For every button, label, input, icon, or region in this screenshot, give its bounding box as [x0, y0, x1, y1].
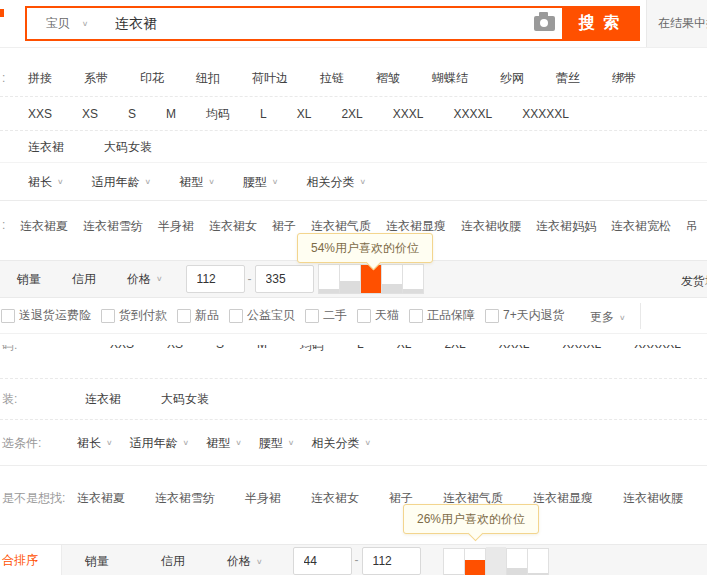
category-filter-item[interactable]: 连衣裙 [85, 391, 121, 408]
service-checkbox[interactable]: 正品保障 [409, 307, 475, 324]
filter-dropdown[interactable]: 腰型∨ [259, 435, 295, 452]
size-filter-item[interactable]: 均码 [300, 345, 324, 354]
style-filter-item[interactable]: 印花 [140, 70, 164, 87]
checkbox-icon[interactable] [1, 309, 15, 323]
related-search-link[interactable]: 连衣裙夏 [77, 490, 125, 507]
size-filter-item[interactable]: XXXXL [453, 107, 492, 121]
sort-sales[interactable]: 销量 [85, 553, 109, 570]
size-filter-item[interactable]: XL [297, 107, 312, 121]
checkbox-icon[interactable] [101, 309, 115, 323]
size-filter-item[interactable]: 2XL [444, 345, 465, 354]
size-filter-item[interactable]: L [260, 107, 267, 121]
size-filter-item[interactable]: XXXXXL [522, 107, 569, 121]
size-filter-item[interactable]: M [166, 107, 176, 121]
size-filter-item[interactable]: 均码 [206, 106, 230, 123]
related-search-link[interactable]: 连衣裙夏 [20, 218, 68, 235]
style-filter-item[interactable]: 拉链 [320, 70, 344, 87]
size-filter-item[interactable]: XS [167, 345, 183, 354]
filter-dropdown[interactable]: 腰型∨ [243, 174, 279, 191]
style-filter-item[interactable]: 蕾丝 [556, 70, 580, 87]
size-filter-item[interactable]: 2XL [341, 107, 362, 121]
price-histogram-cell[interactable] [318, 264, 340, 294]
checkbox-icon[interactable] [357, 309, 371, 323]
price-histogram-cell[interactable] [360, 264, 382, 294]
related-search-link[interactable]: 连衣裙宽松 [611, 218, 671, 235]
related-search-link[interactable]: 吊 [686, 218, 698, 235]
size-filter-item[interactable]: XXS [110, 345, 134, 354]
related-search-link[interactable]: 连衣裙女 [311, 490, 359, 507]
filter-dropdown[interactable]: 裙型∨ [179, 174, 215, 191]
service-checkbox[interactable]: 公益宝贝 [229, 307, 295, 324]
service-checkbox[interactable]: 新品 [177, 307, 219, 324]
price-histogram-cell[interactable] [527, 548, 549, 575]
checkbox-icon[interactable] [177, 309, 191, 323]
sort-credit[interactable]: 信用 [72, 271, 96, 288]
size-filter-item[interactable]: M [257, 345, 267, 354]
sort-sales[interactable]: 销量 [17, 271, 41, 288]
style-filter-item[interactable]: 荷叶边 [252, 70, 288, 87]
size-filter-item[interactable]: XXXXL [562, 345, 601, 354]
filter-dropdown[interactable]: 相关分类∨ [306, 174, 366, 191]
more-filters-link[interactable]: 更多∨ [590, 309, 626, 326]
size-filter-item[interactable]: XL [397, 345, 412, 354]
filter-dropdown[interactable]: 适用年龄∨ [92, 174, 152, 191]
size-filter-item[interactable]: XXXL [393, 107, 424, 121]
price-min-input[interactable] [293, 547, 352, 575]
price-min-input[interactable] [186, 265, 245, 293]
size-filter-item[interactable]: S [216, 345, 224, 354]
sort-price-dropdown[interactable]: 价格∨ [127, 271, 163, 288]
category-filter-item[interactable]: 大码女装 [104, 139, 152, 156]
checkbox-icon[interactable] [229, 309, 243, 323]
filter-dropdown[interactable]: 相关分类∨ [311, 435, 371, 452]
price-histogram-cell[interactable] [443, 548, 465, 575]
price-histogram-cell[interactable] [506, 548, 528, 575]
related-search-link[interactable]: 连衣裙雪纺 [155, 490, 215, 507]
service-checkbox[interactable]: 送退货运费险 [1, 307, 91, 324]
related-search-link[interactable]: 连衣裙雪纺 [83, 218, 143, 235]
related-search-link[interactable]: 半身裙 [158, 218, 194, 235]
service-checkbox[interactable]: 天猫 [357, 307, 399, 324]
style-filter-item[interactable]: 绑带 [612, 70, 636, 87]
style-filter-item[interactable]: 纽扣 [196, 70, 220, 87]
checkbox-icon[interactable] [409, 309, 423, 323]
price-histogram-cell[interactable] [339, 264, 361, 294]
related-search-link[interactable]: 裙子 [272, 218, 296, 235]
sort-default-tab[interactable]: 合排序 [0, 545, 62, 575]
price-histogram-cell[interactable] [381, 264, 403, 294]
price-max-input[interactable] [362, 547, 421, 575]
price-max-input[interactable] [255, 265, 314, 293]
filter-dropdown[interactable]: 裙长∨ [28, 174, 64, 191]
sort-credit[interactable]: 信用 [161, 553, 185, 570]
search-button[interactable]: 搜 索 [562, 8, 638, 39]
related-search-link[interactable]: 半身裙 [245, 490, 281, 507]
category-filter-item[interactable]: 大码女装 [161, 391, 209, 408]
related-search-link[interactable]: 连衣裙妈妈 [536, 218, 596, 235]
search-input[interactable] [107, 8, 526, 39]
service-checkbox[interactable]: 货到付款 [101, 307, 167, 324]
related-search-link[interactable]: 连衣裙女 [209, 218, 257, 235]
service-checkbox[interactable]: 7+天内退货 [485, 307, 565, 324]
service-checkbox[interactable]: 二手 [305, 307, 347, 324]
filter-dropdown[interactable]: 裙长∨ [77, 435, 113, 452]
ship-from-filter[interactable]: 发货地 [681, 273, 707, 290]
price-histogram-cell[interactable] [402, 264, 424, 294]
filter-dropdown[interactable]: 裙型∨ [206, 435, 242, 452]
sort-price-dropdown[interactable]: 价格∨ [227, 553, 263, 570]
style-filter-item[interactable]: 蝴蝶结 [432, 70, 468, 87]
size-filter-item[interactable]: XXXL [499, 345, 530, 354]
style-filter-item[interactable]: 拼接 [28, 70, 52, 87]
size-filter-item[interactable]: S [128, 107, 136, 121]
category-filter-item[interactable]: 连衣裙 [28, 139, 64, 156]
filter-dropdown[interactable]: 适用年龄∨ [130, 435, 190, 452]
size-filter-item[interactable]: XS [82, 107, 98, 121]
checkbox-icon[interactable] [485, 309, 499, 323]
style-filter-item[interactable]: 褶皱 [376, 70, 400, 87]
size-filter-item[interactable]: L [357, 345, 364, 354]
price-histogram-cell[interactable] [464, 548, 486, 575]
style-filter-item[interactable]: 系带 [84, 70, 108, 87]
checkbox-icon[interactable] [305, 309, 319, 323]
search-category-dropdown[interactable]: 宝贝 ∨ [27, 8, 107, 39]
size-filter-item[interactable]: XXS [28, 107, 52, 121]
related-search-link[interactable]: 连衣裙收腰 [623, 490, 683, 507]
style-filter-item[interactable]: 纱网 [500, 70, 524, 87]
